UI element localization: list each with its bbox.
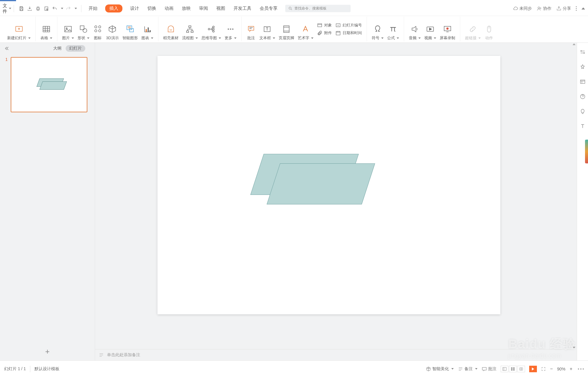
more-menu-icon[interactable] [576,6,577,11]
icon-button[interactable]: 图标 [91,23,104,41]
calendar-icon [335,30,341,36]
symbol-label: 符号 [372,35,379,41]
comments-label: 批注 [488,366,496,372]
table-button[interactable]: 表格 [39,23,54,41]
status-bar: 幻灯片 1 / 1 默认设计模板 智能美化 备注 批注 − 90% + [0,360,588,377]
vertical-scrollbar[interactable] [571,43,577,349]
view-normal[interactable] [501,366,508,372]
separator [14,5,14,12]
headerfooter-button[interactable]: 页眉页脚 [277,23,296,41]
threeD-button[interactable]: 3D演示 [104,23,121,41]
save-icon[interactable] [18,5,25,12]
scroll-down-icon[interactable] [573,347,576,348]
chart-button[interactable]: 图表 [140,23,155,41]
threeD-label: 3D演示 [106,35,119,41]
rail-template-icon[interactable] [579,78,586,85]
canvas-area[interactable]: 单击此处添加备注 [95,43,577,360]
formula-button[interactable]: 公式 [385,23,401,41]
rail-text-icon[interactable] [579,123,586,130]
cube-small-icon [426,366,431,372]
undo-icon[interactable] [51,5,58,12]
comments-toggle[interactable]: 批注 [482,366,496,372]
symbol-button[interactable]: 符号 [370,23,385,41]
tab-design[interactable]: 设计 [130,4,140,12]
smartart-button[interactable]: 智能图形 [121,23,140,41]
add-slide-button[interactable]: + [45,347,50,356]
slide-canvas[interactable] [157,56,500,314]
print-preview-icon[interactable] [43,5,50,12]
search-box[interactable]: 查找命令、搜索模板 [285,5,351,12]
undo-dropdown-icon[interactable] [61,8,63,9]
screenrec-button[interactable]: 屏幕录制 [438,23,457,41]
annotate-button[interactable]: 批注 [245,23,258,41]
video-button[interactable]: 视频 [423,23,438,41]
zoom-out[interactable]: − [549,366,554,372]
export-icon[interactable] [26,5,33,12]
tab-devtools[interactable]: 开发工具 [233,4,252,12]
share-button[interactable]: 分享 [556,6,571,11]
collab-button[interactable]: 协作 [537,6,551,11]
audio-button[interactable]: 音频 [407,23,423,41]
textbox-label: 文本框 [259,35,271,41]
svg-point-27 [212,28,214,30]
hyperlink-button[interactable]: 超链接 [463,23,483,41]
flowchart-button[interactable]: 流程图 [180,23,200,41]
notes-bar[interactable]: 单击此处添加备注 [95,349,571,360]
view-reading[interactable] [517,366,525,372]
hyperlink-label: 超链接 [465,35,477,41]
redo-icon[interactable] [65,5,72,12]
rail-magic-icon[interactable] [579,64,586,70]
shape-button[interactable]: 形状 [76,23,91,41]
object-button[interactable]: 对象 [317,23,332,28]
slideshow-play[interactable] [529,366,537,372]
view-sorter[interactable] [509,366,517,372]
tab-member[interactable]: 会员专享 [259,4,278,12]
collapse-ribbon-icon[interactable] [581,7,585,10]
mindmap-button[interactable]: 思维导图 [200,23,223,41]
tab-insert[interactable]: 插入 [105,4,122,12]
cube-icon [108,24,117,34]
wordart-label: 艺术字 [298,35,309,41]
rail-color-tab[interactable] [585,140,588,163]
tab-outline[interactable]: 大纲 [53,46,62,51]
tab-slides[interactable]: 幻灯片 [66,45,85,52]
zoom-in[interactable]: + [568,366,574,372]
rail-help-icon[interactable] [579,93,586,100]
tab-transition[interactable]: 切换 [147,4,157,12]
beautify-button[interactable]: 智能美化 [426,366,454,372]
rail-bulb-icon[interactable] [579,108,586,115]
picture-button[interactable]: 图片 [60,23,76,41]
scroll-up-icon[interactable] [573,43,576,45]
tab-view[interactable]: 视图 [216,4,226,12]
textbox-button[interactable]: 文本框 [258,23,277,41]
sync-status[interactable]: 未同步 [513,6,532,11]
slidenum-button[interactable]: #幻灯片编号 [335,23,362,28]
tab-start[interactable]: 开始 [88,4,98,12]
status-more-icon[interactable] [578,368,584,370]
file-menu[interactable]: 文件 [3,5,10,12]
fit-icon[interactable] [541,367,546,371]
datetime-button[interactable]: 日期和时间 [335,30,362,36]
tab-review[interactable]: 审阅 [198,4,209,12]
chevron-down-icon[interactable] [75,8,77,9]
action-button[interactable]: 动作 [483,23,496,41]
wordart-button[interactable]: 艺术字 [296,23,315,41]
collapse-pane-icon[interactable] [4,46,9,51]
svg-point-44 [584,53,584,53]
parallelogram-shape-front[interactable] [267,163,375,204]
new-slide-button[interactable]: 新建幻灯片 [5,23,32,41]
notes-small-icon [458,366,463,372]
slide-thumbnail-1[interactable] [11,57,87,112]
docer-button[interactable]: 稻壳素材 [161,23,180,41]
attach-button[interactable]: 附件 [317,30,332,36]
svg-point-26 [212,26,214,28]
notes-toggle[interactable]: 备注 [458,366,477,372]
more-button[interactable]: 更多 [223,23,238,41]
print-icon[interactable] [35,5,41,12]
tab-slideshow[interactable]: 放映 [181,4,191,12]
svg-rect-17 [127,26,132,30]
datetime-label: 日期和时间 [343,30,362,36]
rail-settings-icon[interactable] [579,49,586,55]
tab-animation[interactable]: 动画 [164,4,174,12]
pi-icon [389,24,398,34]
